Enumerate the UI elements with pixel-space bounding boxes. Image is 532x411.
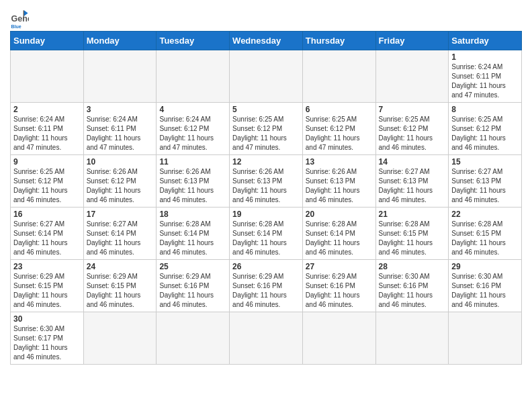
calendar-cell — [157, 50, 230, 103]
calendar-cell: 26Sunrise: 6:29 AM Sunset: 6:16 PM Dayli… — [230, 260, 303, 312]
day-number: 22 — [451, 210, 519, 219]
calendar-cell: 19Sunrise: 6:28 AM Sunset: 6:14 PM Dayli… — [230, 208, 303, 260]
day-info: Sunrise: 6:28 AM Sunset: 6:14 PM Dayligh… — [232, 220, 300, 257]
day-info: Sunrise: 6:28 AM Sunset: 6:15 PM Dayligh… — [379, 220, 446, 257]
day-number: 6 — [306, 105, 373, 114]
calendar-week-5: 30Sunrise: 6:30 AM Sunset: 6:17 PM Dayli… — [11, 312, 522, 365]
day-number: 23 — [13, 262, 81, 271]
day-info: Sunrise: 6:27 AM Sunset: 6:14 PM Dayligh… — [87, 220, 154, 257]
calendar-cell: 17Sunrise: 6:27 AM Sunset: 6:14 PM Dayli… — [83, 208, 157, 260]
calendar-cell: 23Sunrise: 6:29 AM Sunset: 6:15 PM Dayli… — [11, 260, 84, 312]
calendar-cell: 11Sunrise: 6:26 AM Sunset: 6:13 PM Dayli… — [157, 155, 230, 208]
weekday-header-row: SundayMondayTuesdayWednesdayThursdayFrid… — [11, 32, 522, 50]
day-info: Sunrise: 6:24 AM Sunset: 6:12 PM Dayligh… — [159, 115, 226, 152]
day-info: Sunrise: 6:26 AM Sunset: 6:13 PM Dayligh… — [306, 167, 373, 205]
calendar-week-4: 23Sunrise: 6:29 AM Sunset: 6:15 PM Dayli… — [11, 260, 522, 312]
day-number: 19 — [232, 210, 300, 219]
day-number: 24 — [87, 262, 154, 271]
day-info: Sunrise: 6:24 AM Sunset: 6:11 PM Dayligh… — [451, 62, 519, 100]
calendar-cell — [83, 50, 157, 103]
calendar-cell: 27Sunrise: 6:29 AM Sunset: 6:16 PM Dayli… — [302, 260, 375, 312]
calendar-cell — [375, 50, 449, 103]
day-info: Sunrise: 6:30 AM Sunset: 6:17 PM Dayligh… — [13, 324, 81, 362]
calendar-cell — [230, 312, 303, 365]
weekday-header-monday: Monday — [83, 32, 157, 50]
calendar-cell: 4Sunrise: 6:24 AM Sunset: 6:12 PM Daylig… — [157, 103, 230, 155]
day-number: 20 — [306, 210, 373, 219]
day-info: Sunrise: 6:25 AM Sunset: 6:12 PM Dayligh… — [306, 115, 373, 152]
calendar-cell: 12Sunrise: 6:26 AM Sunset: 6:13 PM Dayli… — [230, 155, 303, 208]
day-number: 12 — [232, 157, 300, 167]
svg-text:General: General — [11, 14, 29, 24]
day-number: 30 — [13, 314, 81, 324]
calendar-cell — [11, 50, 84, 103]
calendar-cell: 29Sunrise: 6:30 AM Sunset: 6:16 PM Dayli… — [449, 260, 522, 312]
day-number: 8 — [451, 105, 519, 114]
calendar-cell: 10Sunrise: 6:26 AM Sunset: 6:12 PM Dayli… — [83, 155, 157, 208]
day-info: Sunrise: 6:29 AM Sunset: 6:16 PM Dayligh… — [306, 272, 373, 310]
svg-rect-3 — [24, 10, 24, 19]
calendar-cell — [302, 312, 375, 365]
day-info: Sunrise: 6:29 AM Sunset: 6:15 PM Dayligh… — [87, 272, 154, 310]
day-number: 9 — [13, 157, 81, 167]
day-number: 25 — [159, 262, 226, 271]
calendar-cell: 16Sunrise: 6:27 AM Sunset: 6:14 PM Dayli… — [11, 208, 84, 260]
calendar-cell — [449, 312, 522, 365]
day-info: Sunrise: 6:26 AM Sunset: 6:12 PM Dayligh… — [87, 167, 154, 205]
day-info: Sunrise: 6:28 AM Sunset: 6:15 PM Dayligh… — [451, 220, 519, 257]
calendar-table: SundayMondayTuesdayWednesdayThursdayFrid… — [10, 31, 522, 365]
calendar-cell: 22Sunrise: 6:28 AM Sunset: 6:15 PM Dayli… — [449, 208, 522, 260]
day-info: Sunrise: 6:29 AM Sunset: 6:16 PM Dayligh… — [159, 272, 226, 310]
logo-icon: General Blue — [10, 9, 29, 28]
calendar-cell: 28Sunrise: 6:30 AM Sunset: 6:16 PM Dayli… — [375, 260, 449, 312]
day-number: 5 — [232, 105, 300, 114]
calendar-cell: 2Sunrise: 6:24 AM Sunset: 6:11 PM Daylig… — [11, 103, 84, 155]
calendar-cell: 21Sunrise: 6:28 AM Sunset: 6:15 PM Dayli… — [375, 208, 449, 260]
day-info: Sunrise: 6:24 AM Sunset: 6:11 PM Dayligh… — [87, 115, 154, 152]
calendar-cell — [375, 312, 449, 365]
day-number: 18 — [159, 210, 226, 219]
day-number: 28 — [379, 262, 446, 271]
calendar-cell — [230, 50, 303, 103]
day-info: Sunrise: 6:25 AM Sunset: 6:12 PM Dayligh… — [13, 167, 81, 205]
calendar-cell: 24Sunrise: 6:29 AM Sunset: 6:15 PM Dayli… — [83, 260, 157, 312]
weekday-header-saturday: Saturday — [449, 32, 522, 50]
calendar-cell: 15Sunrise: 6:27 AM Sunset: 6:13 PM Dayli… — [449, 155, 522, 208]
calendar-week-0: 1Sunrise: 6:24 AM Sunset: 6:11 PM Daylig… — [11, 50, 522, 103]
day-number: 15 — [451, 157, 519, 167]
calendar-cell: 1Sunrise: 6:24 AM Sunset: 6:11 PM Daylig… — [449, 50, 522, 103]
day-info: Sunrise: 6:30 AM Sunset: 6:16 PM Dayligh… — [379, 272, 446, 310]
day-info: Sunrise: 6:25 AM Sunset: 6:12 PM Dayligh… — [379, 115, 446, 152]
calendar-cell: 9Sunrise: 6:25 AM Sunset: 6:12 PM Daylig… — [11, 155, 84, 208]
calendar-cell — [83, 312, 157, 365]
day-info: Sunrise: 6:29 AM Sunset: 6:15 PM Dayligh… — [13, 272, 81, 310]
day-number: 16 — [13, 210, 81, 219]
day-number: 2 — [13, 105, 81, 114]
day-info: Sunrise: 6:27 AM Sunset: 6:13 PM Dayligh… — [379, 167, 446, 205]
day-number: 7 — [379, 105, 446, 114]
calendar-cell: 3Sunrise: 6:24 AM Sunset: 6:11 PM Daylig… — [83, 103, 157, 155]
calendar-cell: 14Sunrise: 6:27 AM Sunset: 6:13 PM Dayli… — [375, 155, 449, 208]
weekday-header-friday: Friday — [375, 32, 449, 50]
calendar-header: SundayMondayTuesdayWednesdayThursdayFrid… — [11, 32, 522, 50]
calendar-week-3: 16Sunrise: 6:27 AM Sunset: 6:14 PM Dayli… — [11, 208, 522, 260]
calendar-cell: 7Sunrise: 6:25 AM Sunset: 6:12 PM Daylig… — [375, 103, 449, 155]
day-info: Sunrise: 6:29 AM Sunset: 6:16 PM Dayligh… — [232, 272, 300, 310]
day-number: 1 — [451, 52, 519, 62]
svg-text:Blue: Blue — [11, 24, 21, 28]
day-number: 29 — [451, 262, 519, 271]
calendar-cell: 20Sunrise: 6:28 AM Sunset: 6:14 PM Dayli… — [302, 208, 375, 260]
day-info: Sunrise: 6:26 AM Sunset: 6:13 PM Dayligh… — [232, 167, 300, 205]
calendar-cell: 5Sunrise: 6:25 AM Sunset: 6:12 PM Daylig… — [230, 103, 303, 155]
day-number: 3 — [87, 105, 154, 114]
page-header: General Blue — [10, 7, 522, 28]
calendar-cell: 30Sunrise: 6:30 AM Sunset: 6:17 PM Dayli… — [11, 312, 84, 365]
weekday-header-wednesday: Wednesday — [230, 32, 303, 50]
weekday-header-thursday: Thursday — [302, 32, 375, 50]
calendar-cell — [157, 312, 230, 365]
day-number: 4 — [159, 105, 226, 114]
weekday-header-tuesday: Tuesday — [157, 32, 230, 50]
day-number: 14 — [379, 157, 446, 167]
day-info: Sunrise: 6:30 AM Sunset: 6:16 PM Dayligh… — [451, 272, 519, 310]
calendar-cell: 18Sunrise: 6:28 AM Sunset: 6:14 PM Dayli… — [157, 208, 230, 260]
